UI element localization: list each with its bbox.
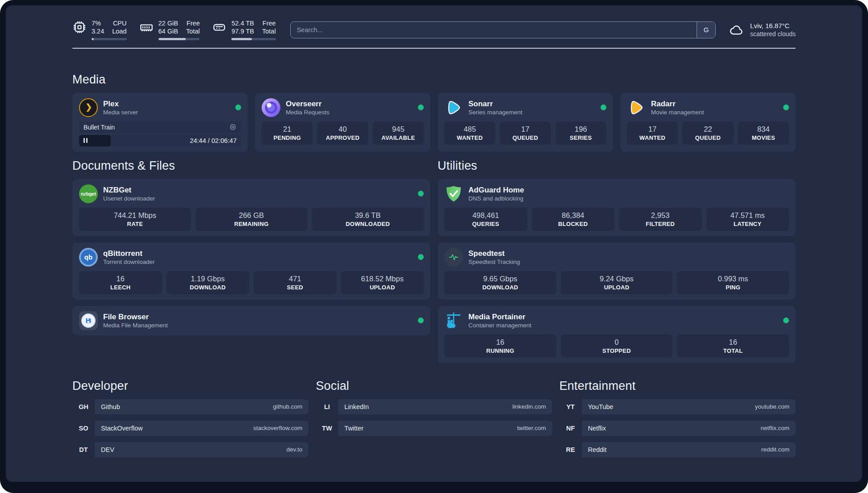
stat-box: 47.571 ms LATENCY xyxy=(706,208,789,231)
overseerr-subtitle: Media Requests xyxy=(286,109,413,116)
sonarr-subtitle: Series management xyxy=(468,109,595,116)
link-youtube[interactable]: YT YouTube youtube.com xyxy=(559,399,796,414)
app-card-filebrowser[interactable]: File Browser Media File Management xyxy=(72,306,430,335)
ram-icon xyxy=(139,20,154,34)
stat-box: 16 LEECH xyxy=(79,271,162,294)
qbittorrent-icon: qb xyxy=(79,248,98,267)
stat-box: 39.6 TB DOWNLOADED xyxy=(312,208,424,231)
ram-progress-fill xyxy=(159,38,186,40)
cloud-icon xyxy=(729,22,744,38)
top-bar: 7% 3.24 CPU Load xyxy=(72,20,796,40)
cpu-stat: 7% 3.24 CPU Load xyxy=(72,20,127,40)
stat-box: 40 APPROVED xyxy=(317,121,368,145)
app-card-portainer[interactable]: Media Portainer Container management 16 … xyxy=(438,306,796,363)
ram-total: 64 GiB xyxy=(159,28,178,36)
section-title-media: Media xyxy=(72,73,796,87)
qbittorrent-title: qBittorrent xyxy=(103,249,413,258)
playback-progress-bar[interactable]: 24:44 / 02:06:47 xyxy=(79,135,241,146)
cpu-icon xyxy=(72,20,87,34)
nzbget-status-dot xyxy=(418,191,424,196)
stat-box: 196 SERIES xyxy=(555,121,606,145)
link-twitter[interactable]: TW Twitter twitter.com xyxy=(316,421,552,436)
app-card-sonarr[interactable]: Sonarr Series management 485 WANTED 17 Q… xyxy=(438,93,613,152)
ram-label-1: Free xyxy=(186,20,200,28)
app-card-adguard[interactable]: AdGuard Home DNS and adblocking 498,461 … xyxy=(438,179,796,236)
radarr-icon xyxy=(627,98,646,117)
app-card-plex[interactable]: Plex Media server Bullet Train xyxy=(72,93,248,152)
cpu-label-1: CPU xyxy=(112,20,126,28)
playback-progress-fill xyxy=(79,135,111,146)
app-card-nzbget[interactable]: nzbget NZBGet Usenet downloader 744.21 M… xyxy=(72,179,430,236)
stat-box: 0.993 ms PING xyxy=(677,271,789,294)
portainer-subtitle: Container management xyxy=(468,322,778,329)
dashboard-screen: 7% 3.24 CPU Load xyxy=(6,5,862,482)
stat-box: 471 SEED xyxy=(254,271,337,294)
cpu-loadavg: 3.24 xyxy=(92,28,104,36)
adguard-title: AdGuard Home xyxy=(468,185,789,195)
ram-label-2: Total xyxy=(186,28,200,36)
plex-status-dot xyxy=(235,104,241,110)
cpu-progress-fill xyxy=(92,38,94,40)
link-reddit[interactable]: RE Reddit reddit.com xyxy=(559,442,796,457)
overseerr-status-dot xyxy=(418,104,424,110)
stat-box: 16 RUNNING xyxy=(444,334,556,358)
link-linkedin[interactable]: LI LinkedIn linkedin.com xyxy=(316,399,552,414)
system-stats: 7% 3.24 CPU Load xyxy=(72,20,276,40)
plex-now-playing: Bullet Train 24:44 / xyxy=(79,121,241,146)
window-frame: 7% 3.24 CPU Load xyxy=(0,0,868,493)
app-card-overseerr[interactable]: Overseerr Media Requests 21 PENDING 40 A… xyxy=(255,93,430,152)
link-stackoverflow[interactable]: SO StackOverflow stackoverflow.com xyxy=(72,421,309,436)
stat-box: 16 TOTAL xyxy=(677,334,789,358)
disk-stat: 52.4 TB 97.9 TB Free Total xyxy=(212,20,275,40)
radarr-title: Radarr xyxy=(651,99,778,109)
stat-box: 485 WANTED xyxy=(444,121,495,145)
cpu-progress-track xyxy=(92,38,127,40)
playback-time: 24:44 / 02:06:47 xyxy=(190,135,237,146)
stat-box: 1.19 Gbps DOWNLOAD xyxy=(167,271,250,294)
ram-progress-track xyxy=(159,38,200,40)
section-title-entertainment: Entertainment xyxy=(559,379,796,393)
stat-box: 9.65 Gbps DOWNLOAD xyxy=(444,271,556,294)
header-divider xyxy=(72,48,796,49)
search-engine-button[interactable]: G xyxy=(697,22,715,38)
radarr-subtitle: Movie management xyxy=(651,109,778,116)
stat-box: 2,953 FILTERED xyxy=(619,208,702,231)
stat-box: 17 WANTED xyxy=(627,121,678,145)
stat-box: 9.24 Gbps UPLOAD xyxy=(561,271,673,294)
disk-free: 52.4 TB xyxy=(231,20,254,28)
sonarr-status-dot xyxy=(601,104,606,110)
app-card-speedtest[interactable]: Speedtest Speedtest Tracking 9.65 Gbps D… xyxy=(438,242,796,300)
disk-label-2: Total xyxy=(262,28,276,36)
now-playing-title: Bullet Train xyxy=(83,124,115,131)
adguard-subtitle: DNS and adblocking xyxy=(468,195,789,202)
app-card-qbittorrent[interactable]: qb qBittorrent Torrent downloader 16 LEE… xyxy=(72,242,430,300)
stat-box: 0 STOPPED xyxy=(561,334,673,358)
overseerr-icon xyxy=(262,98,280,117)
app-card-radarr[interactable]: Radarr Movie management 17 WANTED 22 QUE… xyxy=(620,93,796,152)
link-github[interactable]: GH Github github.com xyxy=(72,399,309,414)
stat-box: 266 GB REMAINING xyxy=(196,208,308,231)
cpu-label-2: Load xyxy=(112,28,126,36)
filebrowser-title: File Browser xyxy=(103,312,413,322)
ram-free: 22 GiB xyxy=(159,20,178,28)
nzbget-title: NZBGet xyxy=(103,185,413,195)
link-netflix[interactable]: NF Netflix netflix.com xyxy=(559,421,796,436)
portainer-title: Media Portainer xyxy=(468,312,778,322)
stat-box: 945 AVAILABLE xyxy=(373,121,424,145)
qbittorrent-status-dot xyxy=(418,254,424,260)
nzbget-subtitle: Usenet downloader xyxy=(103,195,413,202)
section-title-social: Social xyxy=(316,379,552,393)
section-title-utilities: Utilities xyxy=(438,159,796,173)
search-input[interactable] xyxy=(291,22,697,38)
speedtest-title: Speedtest xyxy=(468,249,789,258)
stat-box: 22 QUEUED xyxy=(682,121,733,145)
disk-progress-track xyxy=(231,38,275,40)
filebrowser-subtitle: Media File Management xyxy=(103,322,413,329)
stat-box: 834 MOVIES xyxy=(738,121,789,145)
plex-title: Plex xyxy=(103,99,230,109)
link-dev[interactable]: DT DEV dev.to xyxy=(72,442,309,457)
stat-box: 17 QUEUED xyxy=(500,121,551,145)
disk-label-1: Free xyxy=(262,20,276,28)
stat-box: 744.21 Mbps RATE xyxy=(79,208,191,231)
disk-icon xyxy=(212,20,226,34)
